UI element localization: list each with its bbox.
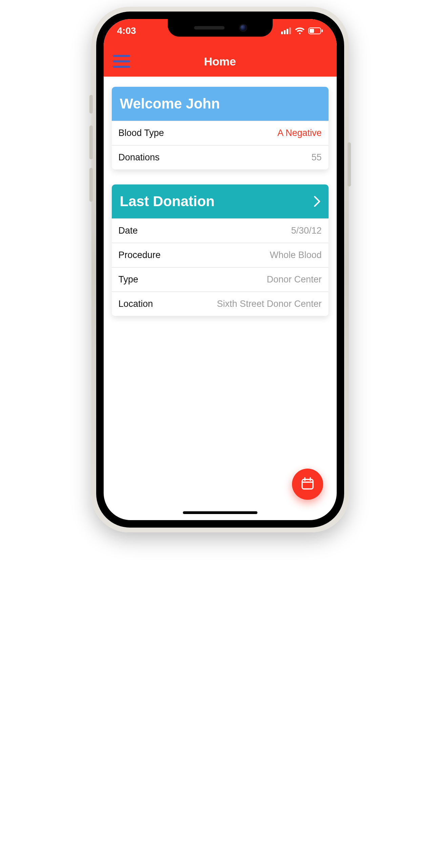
label-procedure: Procedure	[119, 250, 161, 260]
last-donation-header[interactable]: Last Donation	[112, 184, 329, 218]
nav-bar: Home	[104, 46, 337, 77]
label-date: Date	[119, 225, 138, 236]
status-time: 4:03	[117, 25, 136, 36]
row-donations: Donations 55	[112, 145, 329, 170]
phone-screen: 4:03	[104, 19, 337, 520]
cellular-icon	[281, 27, 291, 34]
chevron-right-icon	[314, 196, 320, 207]
svg-rect-2	[287, 29, 288, 34]
battery-icon	[308, 27, 323, 34]
label-blood-type: Blood Type	[119, 128, 164, 138]
svg-rect-6	[310, 29, 314, 33]
label-type: Type	[119, 274, 139, 285]
last-donation-card: Last Donation Date 5/30/12	[112, 184, 329, 316]
svg-rect-5	[321, 29, 323, 32]
svg-rect-1	[284, 30, 286, 34]
wifi-icon	[295, 27, 305, 35]
svg-rect-7	[302, 479, 313, 489]
welcome-card: Welcome John Blood Type A Negative Donat…	[112, 87, 329, 170]
value-type: Donor Center	[267, 274, 321, 285]
row-procedure: Procedure Whole Blood	[112, 243, 329, 267]
hamburger-icon	[113, 55, 130, 57]
power-button	[348, 142, 351, 186]
welcome-title: Welcome John	[120, 96, 220, 112]
page-title: Home	[204, 55, 236, 68]
volume-down-button	[89, 168, 93, 202]
value-location: Sixth Street Donor Center	[217, 299, 321, 309]
value-blood-type: A Negative	[277, 128, 322, 138]
row-location: Location Sixth Street Donor Center	[112, 292, 329, 316]
calendar-icon	[300, 476, 315, 492]
svg-rect-3	[289, 27, 291, 34]
menu-button[interactable]	[113, 55, 130, 68]
home-indicator[interactable]	[183, 511, 257, 514]
label-donations: Donations	[119, 152, 160, 163]
front-camera	[240, 25, 246, 31]
notch	[168, 19, 273, 37]
svg-rect-0	[281, 32, 283, 34]
label-location: Location	[119, 299, 153, 309]
row-date: Date 5/30/12	[112, 218, 329, 243]
content-area: Welcome John Blood Type A Negative Donat…	[104, 77, 337, 316]
row-blood-type: Blood Type A Negative	[112, 121, 329, 145]
mute-switch	[89, 95, 93, 114]
schedule-fab[interactable]	[292, 469, 323, 500]
row-type: Type Donor Center	[112, 267, 329, 292]
value-date: 5/30/12	[291, 225, 321, 236]
value-donations: 55	[311, 152, 321, 163]
status-icons	[281, 27, 323, 35]
value-procedure: Whole Blood	[270, 250, 321, 260]
phone-frame: 4:03	[91, 7, 349, 532]
earpiece-speaker	[194, 26, 225, 29]
volume-up-button	[89, 125, 93, 159]
last-donation-title: Last Donation	[120, 193, 215, 210]
welcome-card-header: Welcome John	[112, 87, 329, 121]
